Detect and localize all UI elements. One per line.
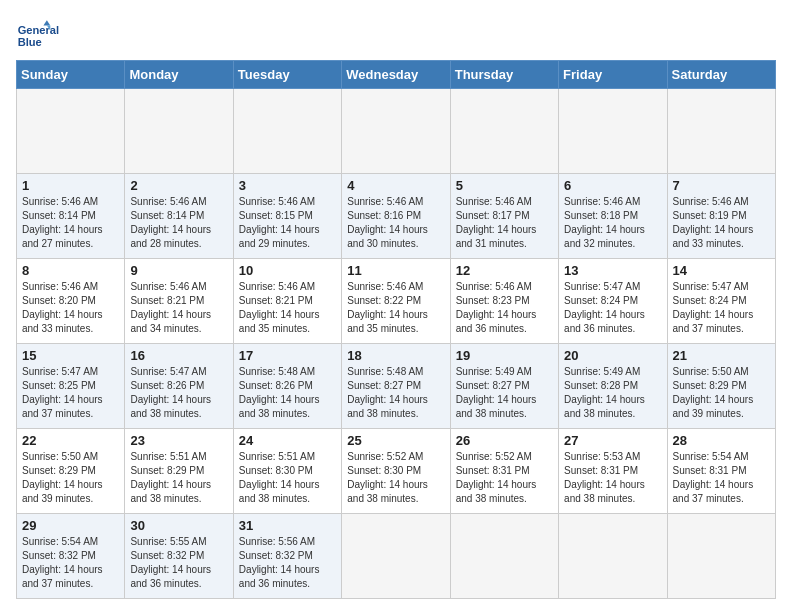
day-number: 24 [239, 433, 336, 448]
day-cell: 7Sunrise: 5:46 AM Sunset: 8:19 PM Daylig… [667, 174, 775, 259]
day-cell: 15Sunrise: 5:47 AM Sunset: 8:25 PM Dayli… [17, 344, 125, 429]
day-info: Sunrise: 5:46 AM Sunset: 8:17 PM Dayligh… [456, 196, 537, 249]
day-info: Sunrise: 5:46 AM Sunset: 8:14 PM Dayligh… [22, 196, 103, 249]
col-header-monday: Monday [125, 61, 233, 89]
day-info: Sunrise: 5:52 AM Sunset: 8:30 PM Dayligh… [347, 451, 428, 504]
day-number: 8 [22, 263, 119, 278]
day-cell [342, 89, 450, 174]
day-info: Sunrise: 5:51 AM Sunset: 8:30 PM Dayligh… [239, 451, 320, 504]
day-cell: 11Sunrise: 5:46 AM Sunset: 8:22 PM Dayli… [342, 259, 450, 344]
day-info: Sunrise: 5:50 AM Sunset: 8:29 PM Dayligh… [22, 451, 103, 504]
day-number: 9 [130, 263, 227, 278]
day-cell: 12Sunrise: 5:46 AM Sunset: 8:23 PM Dayli… [450, 259, 558, 344]
day-number: 18 [347, 348, 444, 363]
day-cell: 19Sunrise: 5:49 AM Sunset: 8:27 PM Dayli… [450, 344, 558, 429]
col-header-saturday: Saturday [667, 61, 775, 89]
day-info: Sunrise: 5:46 AM Sunset: 8:19 PM Dayligh… [673, 196, 754, 249]
day-number: 27 [564, 433, 661, 448]
day-info: Sunrise: 5:56 AM Sunset: 8:32 PM Dayligh… [239, 536, 320, 589]
day-cell: 5Sunrise: 5:46 AM Sunset: 8:17 PM Daylig… [450, 174, 558, 259]
day-info: Sunrise: 5:46 AM Sunset: 8:15 PM Dayligh… [239, 196, 320, 249]
day-number: 22 [22, 433, 119, 448]
day-number: 4 [347, 178, 444, 193]
day-number: 20 [564, 348, 661, 363]
day-cell [450, 89, 558, 174]
day-cell: 14Sunrise: 5:47 AM Sunset: 8:24 PM Dayli… [667, 259, 775, 344]
day-info: Sunrise: 5:46 AM Sunset: 8:20 PM Dayligh… [22, 281, 103, 334]
day-info: Sunrise: 5:47 AM Sunset: 8:24 PM Dayligh… [673, 281, 754, 334]
day-cell: 4Sunrise: 5:46 AM Sunset: 8:16 PM Daylig… [342, 174, 450, 259]
day-number: 23 [130, 433, 227, 448]
week-row-0 [17, 89, 776, 174]
day-cell: 22Sunrise: 5:50 AM Sunset: 8:29 PM Dayli… [17, 429, 125, 514]
day-info: Sunrise: 5:49 AM Sunset: 8:27 PM Dayligh… [456, 366, 537, 419]
header-row: SundayMondayTuesdayWednesdayThursdayFrid… [17, 61, 776, 89]
day-cell: 13Sunrise: 5:47 AM Sunset: 8:24 PM Dayli… [559, 259, 667, 344]
day-cell [233, 89, 341, 174]
week-row-3: 15Sunrise: 5:47 AM Sunset: 8:25 PM Dayli… [17, 344, 776, 429]
day-cell: 10Sunrise: 5:46 AM Sunset: 8:21 PM Dayli… [233, 259, 341, 344]
day-info: Sunrise: 5:53 AM Sunset: 8:31 PM Dayligh… [564, 451, 645, 504]
day-cell: 30Sunrise: 5:55 AM Sunset: 8:32 PM Dayli… [125, 514, 233, 599]
day-info: Sunrise: 5:50 AM Sunset: 8:29 PM Dayligh… [673, 366, 754, 419]
day-cell: 6Sunrise: 5:46 AM Sunset: 8:18 PM Daylig… [559, 174, 667, 259]
logo-icon: General Blue [16, 16, 76, 52]
day-number: 26 [456, 433, 553, 448]
day-info: Sunrise: 5:54 AM Sunset: 8:32 PM Dayligh… [22, 536, 103, 589]
day-info: Sunrise: 5:46 AM Sunset: 8:22 PM Dayligh… [347, 281, 428, 334]
week-row-1: 1Sunrise: 5:46 AM Sunset: 8:14 PM Daylig… [17, 174, 776, 259]
day-cell [125, 89, 233, 174]
day-cell: 1Sunrise: 5:46 AM Sunset: 8:14 PM Daylig… [17, 174, 125, 259]
day-cell [667, 89, 775, 174]
day-info: Sunrise: 5:47 AM Sunset: 8:26 PM Dayligh… [130, 366, 211, 419]
day-number: 11 [347, 263, 444, 278]
week-row-5: 29Sunrise: 5:54 AM Sunset: 8:32 PM Dayli… [17, 514, 776, 599]
day-number: 19 [456, 348, 553, 363]
svg-text:Blue: Blue [18, 36, 42, 48]
day-info: Sunrise: 5:48 AM Sunset: 8:27 PM Dayligh… [347, 366, 428, 419]
day-info: Sunrise: 5:46 AM Sunset: 8:21 PM Dayligh… [130, 281, 211, 334]
day-cell [450, 514, 558, 599]
day-number: 30 [130, 518, 227, 533]
col-header-wednesday: Wednesday [342, 61, 450, 89]
day-number: 6 [564, 178, 661, 193]
day-cell: 29Sunrise: 5:54 AM Sunset: 8:32 PM Dayli… [17, 514, 125, 599]
day-cell: 20Sunrise: 5:49 AM Sunset: 8:28 PM Dayli… [559, 344, 667, 429]
day-cell [667, 514, 775, 599]
day-info: Sunrise: 5:55 AM Sunset: 8:32 PM Dayligh… [130, 536, 211, 589]
svg-marker-2 [43, 20, 50, 25]
day-number: 15 [22, 348, 119, 363]
day-cell: 18Sunrise: 5:48 AM Sunset: 8:27 PM Dayli… [342, 344, 450, 429]
day-number: 10 [239, 263, 336, 278]
page-header: General Blue [16, 16, 776, 52]
day-info: Sunrise: 5:46 AM Sunset: 8:21 PM Dayligh… [239, 281, 320, 334]
day-cell: 21Sunrise: 5:50 AM Sunset: 8:29 PM Dayli… [667, 344, 775, 429]
day-cell: 28Sunrise: 5:54 AM Sunset: 8:31 PM Dayli… [667, 429, 775, 514]
day-info: Sunrise: 5:46 AM Sunset: 8:14 PM Dayligh… [130, 196, 211, 249]
week-row-4: 22Sunrise: 5:50 AM Sunset: 8:29 PM Dayli… [17, 429, 776, 514]
day-cell: 3Sunrise: 5:46 AM Sunset: 8:15 PM Daylig… [233, 174, 341, 259]
day-number: 2 [130, 178, 227, 193]
day-cell [559, 89, 667, 174]
day-number: 16 [130, 348, 227, 363]
day-cell: 25Sunrise: 5:52 AM Sunset: 8:30 PM Dayli… [342, 429, 450, 514]
day-number: 17 [239, 348, 336, 363]
logo: General Blue [16, 16, 76, 52]
day-cell: 26Sunrise: 5:52 AM Sunset: 8:31 PM Dayli… [450, 429, 558, 514]
day-number: 21 [673, 348, 770, 363]
day-cell [559, 514, 667, 599]
day-number: 28 [673, 433, 770, 448]
col-header-sunday: Sunday [17, 61, 125, 89]
day-number: 29 [22, 518, 119, 533]
day-info: Sunrise: 5:47 AM Sunset: 8:24 PM Dayligh… [564, 281, 645, 334]
day-cell: 27Sunrise: 5:53 AM Sunset: 8:31 PM Dayli… [559, 429, 667, 514]
day-cell [342, 514, 450, 599]
day-info: Sunrise: 5:46 AM Sunset: 8:18 PM Dayligh… [564, 196, 645, 249]
col-header-friday: Friday [559, 61, 667, 89]
day-info: Sunrise: 5:46 AM Sunset: 8:23 PM Dayligh… [456, 281, 537, 334]
week-row-2: 8Sunrise: 5:46 AM Sunset: 8:20 PM Daylig… [17, 259, 776, 344]
day-cell [17, 89, 125, 174]
day-number: 3 [239, 178, 336, 193]
day-cell: 17Sunrise: 5:48 AM Sunset: 8:26 PM Dayli… [233, 344, 341, 429]
day-cell: 23Sunrise: 5:51 AM Sunset: 8:29 PM Dayli… [125, 429, 233, 514]
